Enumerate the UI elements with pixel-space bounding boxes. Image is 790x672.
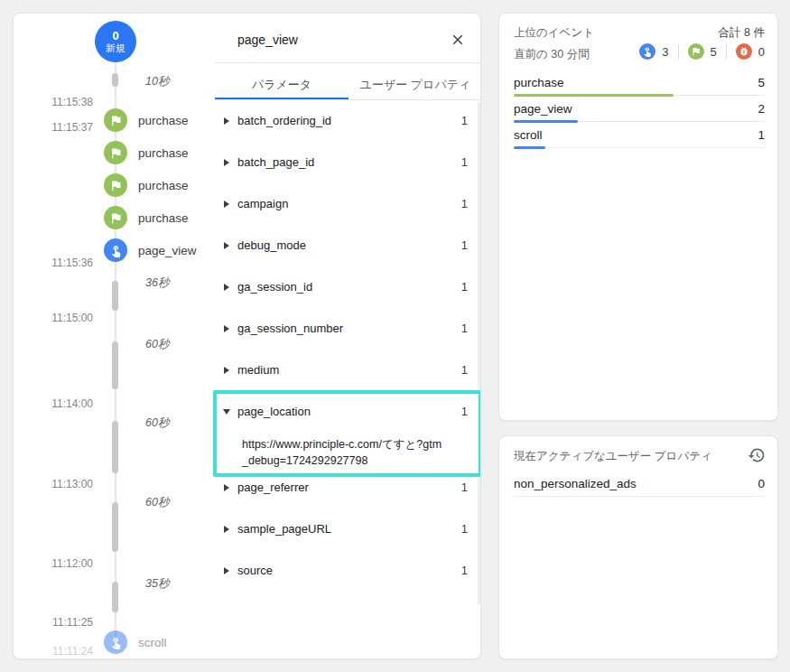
flag-counter-icon: [688, 43, 704, 60]
event-counter[interactable]: 3: [639, 43, 668, 60]
counter-value: 0: [758, 45, 765, 59]
badge-label: 新規: [106, 42, 125, 54]
param-row[interactable]: page_referrer1: [215, 479, 481, 497]
timeline-timestamp: 11:15:37: [21, 121, 93, 134]
expand-arrow-icon: [224, 242, 229, 249]
timeline-timestamp: 11:11:25: [21, 616, 93, 629]
param-count: 1: [461, 114, 468, 127]
param-name: ga_session_id: [237, 280, 312, 294]
param-row[interactable]: page_location1: [215, 403, 481, 421]
param-row[interactable]: medium1: [215, 361, 481, 379]
badge-count: 0: [112, 30, 118, 42]
param-count: 1: [461, 280, 468, 294]
timeline-duration-label: 60秒: [145, 337, 169, 351]
top-event-count: 1: [757, 128, 765, 142]
history-button[interactable]: [745, 443, 768, 467]
param-count: 1: [461, 405, 468, 418]
top-event-name[interactable]: scroll: [514, 128, 543, 142]
top-event-name[interactable]: purchase: [514, 76, 564, 89]
counter-separator: [726, 44, 727, 59]
top-events-total: 合計 8 件: [719, 25, 765, 41]
param-count: 1: [461, 363, 468, 377]
touch-counter-icon: [639, 43, 655, 60]
timeline-event[interactable]: purchase: [104, 108, 127, 132]
param-row[interactable]: campaign1: [215, 195, 481, 213]
expand-arrow-icon: [224, 484, 229, 491]
user-property-divider: [514, 496, 765, 497]
detail-tabs: パラメータ ユーザー プロパティ: [215, 70, 481, 99]
history-icon: [748, 446, 766, 464]
event-counter[interactable]: 0: [736, 43, 765, 60]
param-count: 1: [461, 322, 468, 335]
flag-event-icon: [104, 108, 127, 132]
timeline-event[interactable]: scroll: [104, 630, 127, 654]
timeline-event-label: page_view: [138, 244, 197, 257]
top-event-count: 2: [757, 102, 765, 116]
expand-arrow-icon: [224, 159, 229, 166]
flag-event-icon: [104, 173, 127, 197]
timeline-duration-label: 10秒: [145, 74, 169, 89]
flag-icon: [109, 211, 123, 225]
expand-arrow-icon: [224, 367, 229, 374]
tab-parameters[interactable]: パラメータ: [215, 70, 349, 99]
user-property-value: 0: [757, 477, 765, 490]
param-count: 1: [461, 564, 468, 577]
timeline-event-label: scroll: [138, 636, 167, 649]
param-name: page_location: [237, 405, 311, 418]
timeline-gap-indicator: [112, 502, 118, 552]
top-events-timeframe: 直前の 30 分間: [514, 47, 590, 62]
param-name: campaign: [237, 197, 288, 210]
touch-event-icon: [104, 630, 127, 654]
param-row[interactable]: debug_mode1: [215, 237, 481, 255]
param-row[interactable]: sample_pageURL1: [215, 520, 481, 538]
close-icon: [450, 32, 466, 48]
param-row[interactable]: ga_session_id1: [215, 278, 481, 296]
param-name: debug_mode: [237, 238, 306, 252]
expand-arrow-icon: [224, 325, 229, 332]
top-events-card: 上位のイベント 合計 8 件 直前の 30 分間 350 purchase5pa…: [498, 13, 778, 421]
top-event-bar: [514, 146, 545, 149]
top-event-bar: [514, 120, 578, 123]
tab-user-properties[interactable]: ユーザー プロパティ: [349, 70, 481, 99]
timeline-event[interactable]: page_view: [104, 238, 127, 262]
top-event-count: 5: [757, 76, 765, 89]
timeline-event[interactable]: purchase: [104, 173, 127, 197]
param-name: batch_ordering_id: [237, 114, 331, 127]
timeline-timestamp: 11:15:38: [21, 96, 93, 108]
bug-icon: [739, 46, 749, 57]
timeline-timestamp: 11:15:00: [21, 312, 93, 324]
param-value: https://www.principle-c.com/てすと?gtm_debu…: [242, 436, 446, 469]
param-row[interactable]: batch_page_id1: [215, 154, 481, 172]
counter-separator: [678, 44, 679, 59]
param-name: medium: [237, 363, 279, 377]
top-event-divider: [514, 147, 765, 148]
user-properties-title: 現在アクティブなユーザー プロパティ: [514, 449, 712, 464]
timeline-duration-label: 60秒: [145, 495, 169, 509]
param-row[interactable]: ga_session_number1: [215, 320, 481, 338]
param-row[interactable]: source1: [215, 562, 481, 580]
collapse-arrow-icon: [223, 409, 230, 415]
active-tab-underline: [215, 98, 349, 99]
param-name: ga_session_number: [237, 322, 343, 335]
event-counter[interactable]: 5: [688, 43, 717, 60]
close-button[interactable]: [448, 30, 468, 50]
flag-icon: [109, 146, 123, 160]
bug-counter-icon: [736, 43, 752, 60]
timeline-gap-indicator: [112, 73, 118, 87]
event-detail-panel: page_view パラメータ ユーザー プロパティ batch_orderin…: [215, 14, 481, 659]
flag-icon: [109, 179, 123, 192]
param-count: 1: [461, 197, 468, 210]
timeline-event[interactable]: purchase: [104, 141, 127, 164]
timeline-event[interactable]: purchase: [104, 206, 127, 229]
counter-value: 5: [711, 45, 717, 59]
new-users-badge[interactable]: 0 新規: [95, 21, 136, 62]
timeline-gap-indicator: [112, 582, 118, 612]
top-event-name[interactable]: page_view: [514, 102, 572, 116]
expand-arrow-icon: [224, 567, 229, 574]
timeline-timestamp: 11:15:36: [21, 257, 93, 269]
flag-icon: [109, 114, 123, 127]
flag-event-icon: [104, 206, 127, 229]
top-events-title: 上位のイベント: [514, 25, 594, 41]
timeline-event-label: purchase: [138, 179, 189, 192]
param-row[interactable]: batch_ordering_id1: [215, 112, 481, 130]
